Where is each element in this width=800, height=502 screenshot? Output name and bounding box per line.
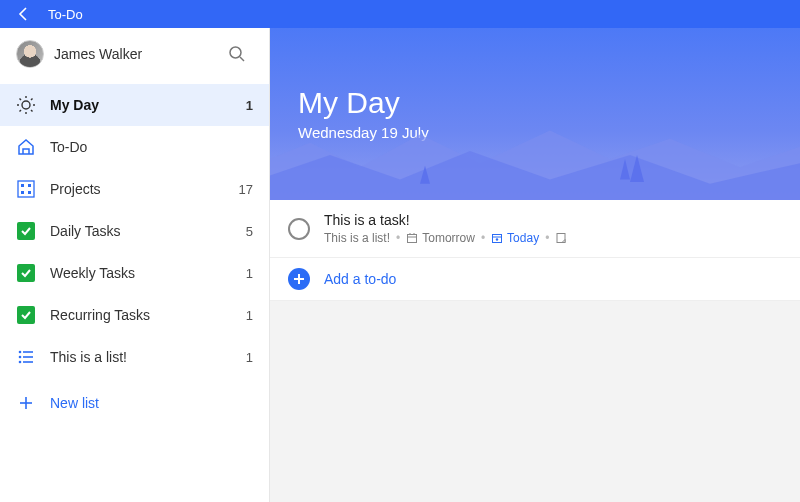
svg-point-21 [19, 361, 22, 364]
sidebar-item-label: Weekly Tasks [50, 265, 232, 281]
add-task-placeholder: Add a to-do [324, 271, 396, 287]
profile-row[interactable]: James Walker [0, 28, 269, 80]
sidebar-item-daily-tasks[interactable]: Daily Tasks 5 [0, 210, 269, 252]
plus-circle-icon [288, 268, 310, 290]
separator-dot: • [396, 231, 400, 245]
check-icon [16, 221, 36, 241]
new-list-label: New list [50, 395, 99, 411]
svg-line-8 [31, 110, 33, 112]
list-group: My Day 1 To-Do Projects 17 [0, 80, 269, 382]
task-list-name: This is a list! [324, 231, 390, 245]
sidebar-item-count: 1 [246, 308, 253, 323]
hero: My Day Wednesday 19 July [270, 28, 800, 200]
separator-dot: • [481, 231, 485, 245]
plus-icon [16, 393, 36, 413]
list-icon [16, 347, 36, 367]
svg-rect-11 [18, 181, 34, 197]
main: My Day Wednesday 19 July This is a task!… [270, 28, 800, 502]
sidebar-item-label: To-Do [50, 139, 239, 155]
arrow-left-icon [16, 6, 32, 22]
check-icon [16, 305, 36, 325]
check-icon [16, 263, 36, 283]
svg-line-7 [20, 99, 22, 101]
profile-name: James Walker [54, 46, 211, 62]
svg-rect-12 [21, 184, 24, 187]
svg-line-10 [20, 110, 22, 112]
home-icon [16, 137, 36, 157]
svg-line-9 [31, 99, 33, 101]
sidebar: James Walker My Day 1 To-Do [0, 28, 270, 502]
sidebar-item-count: 1 [246, 266, 253, 281]
search-button[interactable] [221, 38, 253, 70]
svg-rect-14 [21, 191, 24, 194]
sidebar-item-label: Projects [50, 181, 225, 197]
svg-rect-15 [28, 191, 31, 194]
sidebar-item-custom-list[interactable]: This is a list! 1 [0, 336, 269, 378]
grid-icon [16, 179, 36, 199]
avatar [16, 40, 44, 68]
sidebar-item-todo[interactable]: To-Do [0, 126, 269, 168]
task-complete-checkbox[interactable] [288, 218, 310, 240]
calendar-icon [406, 232, 418, 244]
svg-line-1 [240, 57, 244, 61]
sidebar-item-recurring-tasks[interactable]: Recurring Tasks 1 [0, 294, 269, 336]
svg-rect-24 [408, 235, 417, 243]
back-button[interactable] [8, 0, 40, 28]
sidebar-item-count: 1 [246, 350, 253, 365]
app-title: To-Do [48, 7, 83, 22]
svg-point-19 [19, 351, 22, 354]
note-icon [555, 232, 567, 244]
task-title: This is a task! [324, 212, 782, 228]
sidebar-item-projects[interactable]: Projects 17 [0, 168, 269, 210]
search-icon [227, 44, 247, 64]
page-title: My Day [298, 86, 772, 120]
add-task-row[interactable]: Add a to-do [270, 258, 800, 301]
app-root: To-Do James Walker My Day 1 [0, 0, 800, 502]
task-row[interactable]: This is a task! This is a list! • Tomorr… [270, 200, 800, 258]
sun-icon [16, 95, 36, 115]
task-meta: This is a list! • Tomorrow • Today [324, 231, 782, 245]
sidebar-item-weekly-tasks[interactable]: Weekly Tasks 1 [0, 252, 269, 294]
task-body: This is a task! This is a list! • Tomorr… [324, 212, 782, 245]
sidebar-item-label: This is a list! [50, 349, 232, 365]
sidebar-item-my-day[interactable]: My Day 1 [0, 84, 269, 126]
task-list: This is a task! This is a list! • Tomorr… [270, 200, 800, 301]
task-reminder: Today [491, 231, 539, 245]
svg-rect-13 [28, 184, 31, 187]
svg-point-2 [22, 101, 30, 109]
task-due: Tomorrow [406, 231, 475, 245]
sidebar-item-label: Recurring Tasks [50, 307, 232, 323]
separator-dot: • [545, 231, 549, 245]
svg-point-20 [19, 356, 22, 359]
sidebar-item-label: Daily Tasks [50, 223, 232, 239]
sidebar-item-label: My Day [50, 97, 232, 113]
new-list-button[interactable]: New list [0, 382, 269, 424]
sidebar-item-count: 17 [239, 182, 253, 197]
titlebar: To-Do [0, 0, 800, 28]
bell-icon [491, 232, 503, 244]
body: James Walker My Day 1 To-Do [0, 28, 800, 502]
sidebar-item-count: 1 [246, 98, 253, 113]
page-date: Wednesday 19 July [298, 124, 772, 141]
svg-point-30 [496, 238, 498, 240]
sidebar-item-count: 5 [246, 224, 253, 239]
svg-point-0 [230, 47, 241, 58]
